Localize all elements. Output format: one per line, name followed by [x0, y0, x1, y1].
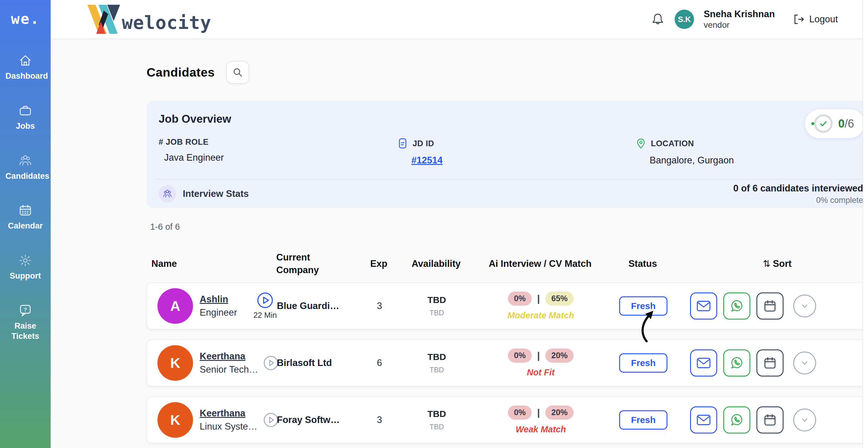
col-header-exp: Exp	[361, 258, 397, 269]
whatsapp-button[interactable]	[723, 406, 750, 434]
interview-stats-summary: 0 of 6 candidates interviewed 0% complet…	[733, 183, 865, 205]
brand-name: welocity	[122, 12, 211, 33]
expand-row-button[interactable]	[793, 409, 816, 431]
user-meta: Sneha Krishnan vendor	[704, 9, 775, 30]
sidebar-logo: we.	[0, 10, 51, 27]
email-button[interactable]	[690, 349, 717, 377]
jd-id-field: JD ID #12514	[397, 137, 635, 166]
availability-cell: TBD TBD	[398, 295, 476, 317]
cv-score-pill: 20%	[545, 406, 574, 420]
interview-duration: 22 Min	[253, 311, 277, 320]
check-ring-icon	[814, 114, 833, 133]
col-header-company: Current Company	[276, 251, 331, 277]
interview-stats-label: Interview Stats	[183, 188, 249, 199]
sort-control[interactable]: ⇅ Sort	[680, 258, 868, 269]
schedule-button[interactable]	[756, 349, 783, 377]
whatsapp-button[interactable]	[723, 292, 750, 320]
sort-label: Sort	[773, 258, 792, 269]
ai-score-pill: 0%	[508, 406, 532, 420]
logout-button[interactable]: Logout	[792, 13, 838, 26]
briefcase-icon	[18, 103, 33, 118]
location-pin-icon	[635, 137, 647, 150]
candidate-name-link[interactable]: Ashlin	[200, 294, 247, 305]
candidate-name-link[interactable]: Keerthana	[200, 351, 256, 362]
candidate-role: Engineer	[200, 307, 247, 318]
job-overview-title: Job Overview	[147, 101, 868, 125]
main-content: Candidates Job Overview # JOB ROLE Java …	[147, 39, 868, 444]
candidate-role: Linux Syste…	[200, 421, 256, 432]
match-label: Moderate Match	[507, 311, 574, 320]
experience-years: 3	[361, 415, 398, 425]
people-icon	[18, 153, 33, 168]
availability-value: TBD	[398, 295, 476, 305]
col-header-name: Name	[147, 258, 276, 269]
availability-cell: TBD TBD	[398, 352, 476, 374]
sidebar-item-label: Support	[10, 271, 41, 281]
status-button[interactable]: Fresh	[619, 296, 668, 316]
match-cell: 0% | 20% Not Fit	[476, 349, 606, 378]
play-recording-icon[interactable]	[257, 292, 274, 309]
sidebar-item-label: Calendar	[8, 221, 43, 231]
document-icon	[397, 137, 408, 150]
search-button[interactable]	[226, 61, 249, 84]
status-button[interactable]: Fresh	[619, 353, 668, 373]
job-role-value: Java Engineer	[159, 152, 397, 163]
sidebar-item-label: Dashboard	[5, 71, 45, 82]
availability-sub: TBD	[398, 309, 476, 317]
experience-years: 3	[361, 300, 398, 312]
candidate-name-link[interactable]: Keerthana	[200, 408, 256, 419]
availability-cell: TBD TBD	[398, 409, 476, 431]
row-actions	[681, 406, 868, 434]
col-header-availability: Availability	[397, 258, 475, 269]
interview-progress-badge: 0/6	[804, 108, 865, 139]
expand-row-button[interactable]	[793, 352, 816, 375]
jd-id-link[interactable]: #12514	[411, 155, 442, 165]
schedule-button[interactable]	[756, 406, 783, 434]
calendar-icon	[763, 413, 777, 427]
score-divider: |	[537, 293, 540, 304]
candidate-avatar: K	[157, 345, 193, 381]
sidebar-item-jobs[interactable]: Jobs	[16, 103, 35, 131]
sidebar-item-support[interactable]: Support	[10, 253, 41, 281]
email-button[interactable]	[690, 406, 717, 434]
calendar-icon	[763, 356, 777, 370]
user-avatar[interactable]: S.K	[675, 10, 694, 29]
ticket-icon: ?	[18, 303, 33, 318]
ai-score-pill: 0%	[508, 349, 532, 363]
sidebar-item-dashboard[interactable]: Dashboard	[5, 53, 45, 82]
page-title: Candidates	[147, 65, 215, 79]
match-cell: 0% | 65% Moderate Match	[476, 291, 606, 320]
calendar-icon	[18, 203, 33, 218]
location-field: LOCATION Bangalore, Gurgaon	[635, 137, 868, 166]
interview-stats-row: Interview Stats 0 of 6 candidates interv…	[156, 179, 865, 208]
job-overview-card: Job Overview # JOB ROLE Java Engineer JD…	[147, 101, 868, 208]
job-overview-fields: # JOB ROLE Java Engineer JD ID #12514 LO…	[147, 137, 868, 166]
sidebar-item-label: Candidates	[5, 171, 45, 182]
sidebar-item-calendar[interactable]: Calendar	[8, 203, 43, 231]
whatsapp-icon	[730, 299, 744, 313]
whatsapp-button[interactable]	[723, 349, 750, 377]
current-company: Birlasoft Ltd	[277, 357, 361, 369]
notification-bell-icon[interactable]	[651, 12, 665, 27]
candidate-role: Senior Tech…	[200, 364, 256, 375]
progress-done: 0	[838, 117, 844, 130]
scrollbar-track[interactable]	[863, 0, 868, 448]
status-button[interactable]: Fresh	[619, 410, 668, 429]
sidebar-nav: Dashboard Jobs Candidates Calendar	[0, 53, 51, 341]
sidebar-item-candidates[interactable]: Candidates	[5, 153, 45, 182]
email-button[interactable]	[690, 292, 717, 320]
home-icon	[18, 53, 33, 68]
schedule-button[interactable]	[756, 292, 783, 320]
score-divider: |	[537, 350, 540, 361]
row-actions	[681, 292, 868, 320]
header-user-cluster: S.K Sneha Krishnan vendor Logout	[651, 9, 838, 30]
cv-score-pill: 20%	[545, 349, 574, 363]
expand-row-button[interactable]	[793, 294, 816, 317]
brand-mark-icon	[87, 4, 121, 34]
match-label: Weak Match	[516, 424, 566, 435]
availability-sub: TBD	[398, 366, 476, 374]
search-icon	[232, 67, 243, 77]
sidebar-item-raise-tickets[interactable]: ? Raise Tickets	[5, 303, 45, 342]
interview-stats-icon	[159, 185, 176, 202]
col-header-match: Ai Interview / CV Match	[475, 258, 605, 269]
